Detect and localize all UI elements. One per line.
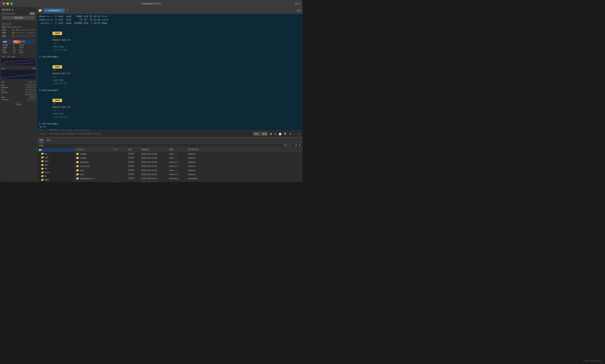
folder-icon-ssh: 📁 (76, 169, 79, 171)
process-section: 内存 CPU 命令 50.9M 2 tuned 6.6M 1.7 sshd (0, 39, 37, 55)
swap-detail: 8M/4G (30, 35, 35, 37)
tab-files[interactable]: 文件 (39, 138, 44, 143)
tree-item-lib64[interactable]: 📁 lib64 (37, 178, 74, 182)
hamburger-icon[interactable]: ≡ (300, 9, 301, 12)
menu-icon[interactable]: ≡ (298, 2, 300, 5)
header-date[interactable]: 修改时间 (141, 148, 169, 151)
proc-mem-3: 6M (3, 49, 13, 51)
cpu-label: CPU (2, 29, 11, 31)
term-line-4 (39, 25, 301, 28)
maximize-button[interactable] (11, 2, 13, 5)
proc-name-2: sshd (19, 47, 23, 49)
up-dir-button[interactable]: ↑ (292, 144, 294, 147)
header-perm[interactable]: 权限 (169, 148, 188, 151)
settings-icon[interactable]: ⚙ (289, 132, 292, 136)
file-list: 文件名 ▲ 大小 类型 修改时间 权限 用户/用户组 📁.ansible 文件夹 (75, 147, 303, 182)
advanced-label: 高级版 (0, 102, 37, 107)
sync-section: 同步状态 IP 172.16.0.14 复制 系统信息 (0, 7, 37, 21)
grid-layout-icon[interactable]: ⊞ (297, 9, 299, 12)
header-type[interactable]: 类型 (128, 148, 141, 151)
header-size[interactable]: 大小 (113, 148, 128, 151)
proc-name-1: tuned (19, 44, 24, 46)
proc-cpu-3: 1.3 (13, 49, 19, 51)
file-icon-bash-history: ≡ (76, 181, 77, 182)
folder-icon-dev: 📁 (41, 164, 44, 166)
net-down-label: ↓9K (7, 56, 10, 58)
file-row-finalshell[interactable]: 📁.finalshell 文件夹 2022/11/24 16:35 drwxr-… (75, 160, 303, 164)
swap-percent: 0% (12, 35, 15, 37)
tab-dot (45, 10, 47, 11)
term-line-6 (39, 58, 301, 62)
upload-button[interactable]: ⬆ (295, 144, 297, 147)
net-up-label: ↑63K (1, 56, 5, 58)
close-button[interactable] (3, 2, 5, 5)
proc-mem-1: 50.9M (3, 44, 13, 46)
folder-icon-lib64: 📁 (41, 179, 44, 181)
latency-chart (1, 70, 35, 79)
grid-icon[interactable]: ⊞ (295, 2, 297, 5)
latency-graph (1, 70, 36, 79)
copy-icon[interactable]: ⎘ (274, 132, 277, 136)
layout-icon[interactable]: ▭ (297, 132, 301, 136)
tree-item-etc[interactable]: 📁 etc (37, 167, 74, 170)
tab-bar: 📁 1 dclocal-14 ✕ + ⊞ ≡ (37, 7, 303, 14)
file-row-certs[interactable]: 📁certs 文件夹 2022/11/03 10:31 drwxr-xr-x r… (75, 172, 303, 176)
options-button[interactable]: 选项 (261, 132, 268, 136)
proc-cpu-1: 2 (13, 44, 19, 46)
proc-header-mem[interactable]: 内存 (3, 40, 13, 44)
tree-item-lib[interactable]: 📁 lib (37, 174, 74, 178)
uptime-label: 运行 12 天 (2, 23, 11, 25)
tree-item-home[interactable]: 📁 home (37, 170, 74, 174)
file-tree: 📁 / 📁 bin 📁 boot 📁 d (37, 147, 75, 182)
header-owner[interactable]: 用户/用户组 (188, 148, 210, 151)
copy-ip-button[interactable]: 复制 (29, 12, 35, 15)
proc-name-4: sshd (19, 52, 23, 53)
tree-item-media[interactable]: 📁 media (37, 182, 74, 182)
add-tab-button[interactable]: + (65, 8, 70, 12)
tree-item-data[interactable]: 📁 data (37, 159, 74, 163)
folder-icon-ohmyzsh: 📁 (76, 165, 79, 168)
latency-ms-label: 6ms (1, 68, 5, 70)
tab-dclocal-14[interactable]: 1 dclocal-14 ✕ (44, 8, 65, 13)
bottom-panel: 文件 命令 /root 历史 ↻ ↑ ⬆ ⬇ (37, 137, 303, 182)
lightning-icon[interactable]: ⚡ (269, 132, 273, 136)
file-row-ansible[interactable]: 📁.ansible 文件夹 2022/11/03 10:24 drwx-----… (75, 152, 303, 156)
file-row-bash-history[interactable]: ≡.bash_history 11.4 KB 2021/11/29 17:49 … (75, 181, 303, 182)
proc-row-3: 6M 1.3 top (2, 49, 35, 51)
tab-commands[interactable]: 命令 (47, 138, 51, 143)
term-line-2: drwxr-xr-x. 2 root root 23 7月 12 11:16 t… (39, 18, 301, 22)
main-window: FinalShell 3.9.7.6 ⊞ ≡ 同步状态 IP 172.16.0.… (0, 0, 303, 182)
terminal-area[interactable]: drwxr-x---. 2 sssd sssd 4096 11月 25 03:3… (37, 14, 303, 130)
download-icon[interactable]: ↓ (293, 132, 296, 136)
tab-label: 1 dclocal-14 (48, 9, 60, 12)
term-line-11: [1] + 1619971 suspended vim messages (39, 129, 301, 130)
refresh-button[interactable]: ↻ (289, 144, 291, 147)
file-row-config[interactable]: 📁.config 文件夹 2022/07/12 12:05 drwx------… (75, 156, 303, 160)
file-row-ohmyzsh[interactable]: 📁.oh-my-zsh 文件夹 2021/12/10 14:31 drwxr-x… (75, 164, 303, 168)
header-name[interactable]: 文件名 ▲ (76, 148, 113, 151)
sys-info-button[interactable]: 系统信息 (2, 16, 35, 20)
proc-header-cpu[interactable]: CPU (13, 40, 21, 44)
proc-mem-2: 6.6M (3, 47, 13, 49)
download-file-button[interactable]: ⬇ (299, 144, 301, 147)
tree-item-boot[interactable]: 📁 boot (37, 156, 74, 159)
tab-close-button[interactable]: ✕ (61, 9, 63, 11)
process-list: 50.9M 2 tuned 6.6M 1.7 sshd 6M 1.3 top (2, 44, 35, 54)
term-line-9: root @ manyun:ops-14 in /var/log [14:58:… (39, 95, 301, 122)
content-area: 📁 1 dclocal-14 ✕ + ⊞ ≡ drwxr-x---. 2 sss… (37, 7, 303, 182)
proc-header-cmd: 命令 (21, 40, 25, 44)
minimize-button[interactable] (7, 2, 9, 5)
folder-icon-data: 📁 (41, 160, 44, 162)
disk-dev: /dev 31.3G/31.3G (1, 84, 36, 86)
tree-item-dev[interactable]: 📁 dev (37, 163, 74, 167)
history-button[interactable]: 历史 (253, 132, 260, 136)
file-row-keepalived[interactable]: 📁keepalived-2.2.1 文件夹 2022/11/03 10:32 d… (75, 176, 303, 181)
swap-bar (16, 36, 17, 37)
paste-icon[interactable]: 📋 (278, 132, 282, 136)
tree-item-bin[interactable]: 📁 bin (37, 152, 74, 156)
search-icon[interactable]: 🔍 (283, 132, 288, 136)
file-row-ssh[interactable]: 📁.ssh 文件夹 2022/11/03 10:23 drwx------ ro… (75, 168, 303, 172)
tree-item-root[interactable]: 📁 / (37, 148, 74, 152)
mem-bar-container (16, 32, 25, 34)
disk-run: /run 31.3G/31.3G (1, 89, 36, 91)
